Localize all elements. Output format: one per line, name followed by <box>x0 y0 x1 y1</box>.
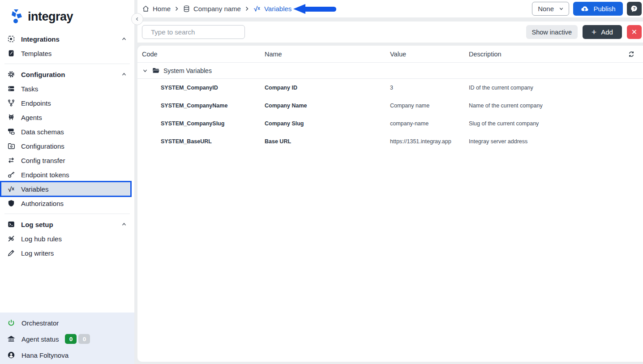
column-header-code[interactable]: Code <box>137 51 265 58</box>
transfer-arrows-icon <box>7 156 15 164</box>
app-window: integray Integrations Templa <box>0 0 643 364</box>
main-area: Home Company name √x <box>137 0 643 364</box>
table-row[interactable]: SYSTEM_CompanySlug Company Slug company-… <box>137 115 643 133</box>
agent-status-item[interactable]: Agent status 0 0 <box>0 331 134 347</box>
toolbar: Show inactive + Add ✕ <box>137 21 643 43</box>
help-button[interactable]: ? <box>627 2 642 16</box>
sidebar-footer: Orchestrator Agent status 0 0 <box>0 313 134 364</box>
cell-description: ID of the current company <box>469 85 622 91</box>
breadcrumb: Home Company name √x <box>142 5 291 13</box>
sidebar-nav: Integrations Templates <box>0 27 134 260</box>
sidebar-item-templates[interactable]: Templates <box>0 46 134 60</box>
sidebar-item-variables[interactable]: √x Variables <box>0 181 132 197</box>
cell-code: SYSTEM_CompanyID <box>137 85 265 91</box>
sidebar-section-log-setup[interactable]: Log setup <box>0 217 134 231</box>
chevron-down-icon <box>558 6 564 12</box>
annotation-arrow-left <box>293 4 336 14</box>
shield-icon <box>7 199 15 207</box>
divider <box>4 64 130 64</box>
integrations-icon <box>7 35 15 43</box>
bank-icon <box>7 335 15 343</box>
column-header-value[interactable]: Value <box>390 51 469 58</box>
sidebar-item-endpoints[interactable]: Endpoints <box>0 96 134 110</box>
sidebar-collapse-button[interactable] <box>131 13 143 25</box>
table-row[interactable]: SYSTEM_CompanyID Company ID 3 ID of the … <box>137 79 643 97</box>
rules-icon <box>7 235 15 243</box>
cell-code: SYSTEM_BaseURL <box>137 138 265 145</box>
cloud-upload-icon <box>580 4 589 13</box>
column-header-description[interactable]: Description <box>469 51 622 58</box>
chevron-up-icon[interactable] <box>121 71 127 77</box>
cell-code: SYSTEM_CompanyName <box>137 103 265 109</box>
sidebar-section-configuration[interactable]: Configuration <box>0 67 134 81</box>
refresh-button[interactable] <box>622 51 643 58</box>
gear-icon <box>7 70 15 78</box>
cell-value: company-name <box>390 120 469 127</box>
topbar-actions: None Publish ? <box>532 2 642 16</box>
svg-text:?: ? <box>633 6 636 11</box>
toolbar-actions: Show inactive + Add ✕ <box>526 25 642 39</box>
power-icon <box>7 319 15 327</box>
divider <box>4 214 130 214</box>
orchestrator-item[interactable]: Orchestrator <box>0 315 134 331</box>
brand-logo[interactable]: integray <box>0 0 134 27</box>
folder-open-icon <box>152 67 160 75</box>
table-header: Code Name Value Description <box>137 46 643 63</box>
publish-button[interactable]: Publish <box>573 2 623 16</box>
cell-name: Company Name <box>265 103 390 109</box>
environment-select[interactable]: None <box>532 2 569 16</box>
key-icon <box>7 171 15 179</box>
terminal-icon <box>7 220 15 228</box>
sidebar-item-log-hub-rules[interactable]: Log hub rules <box>0 231 134 246</box>
column-header-name[interactable]: Name <box>265 51 390 58</box>
cell-value: https://1351.integray.app <box>390 138 469 145</box>
close-icon: ✕ <box>631 28 637 36</box>
cell-code: SYSTEM_CompanySlug <box>137 120 265 127</box>
cell-description: Integray server address <box>469 138 622 145</box>
integray-logo-icon <box>11 9 24 25</box>
chevron-right-icon <box>174 6 180 12</box>
cell-description: Slug of the current company <box>469 120 622 127</box>
tasks-icon <box>7 85 15 93</box>
user-menu-item[interactable]: Hana Foltynova <box>0 347 134 363</box>
home-icon <box>142 5 150 13</box>
cell-value: 3 <box>390 85 469 91</box>
sidebar-item-data-schemas[interactable]: Data schemas <box>0 124 134 139</box>
agents-offline-badge: 0 <box>78 334 90 344</box>
table-row[interactable]: SYSTEM_BaseURL Base URL https://1351.int… <box>137 133 643 150</box>
chevron-right-icon <box>244 6 250 12</box>
variables-icon: √x <box>253 5 261 12</box>
sidebar: integray Integrations Templa <box>0 0 134 364</box>
templates-icon <box>7 49 15 57</box>
breadcrumb-bar: Home Company name √x <box>137 0 643 17</box>
chevron-up-icon[interactable] <box>121 221 127 227</box>
robot-icon <box>7 113 15 121</box>
sidebar-section-integrations[interactable]: Integrations <box>0 32 134 46</box>
user-avatar-icon <box>7 351 15 359</box>
breadcrumb-variables[interactable]: √x Variables <box>253 5 291 13</box>
breadcrumb-company[interactable]: Company name <box>183 5 241 13</box>
refresh-icon <box>628 51 635 58</box>
chevron-up-icon[interactable] <box>121 36 127 42</box>
sidebar-item-config-transfer[interactable]: Config transfer <box>0 153 134 167</box>
sidebar-item-endpoint-tokens[interactable]: Endpoint tokens <box>0 167 134 182</box>
breadcrumb-home[interactable]: Home <box>142 5 171 13</box>
group-row-system-variables[interactable]: System Variables <box>137 63 643 79</box>
sidebar-item-tasks[interactable]: Tasks <box>0 81 134 96</box>
plus-icon: + <box>592 28 596 36</box>
search-input[interactable] <box>151 28 240 36</box>
sidebar-item-authorizations[interactable]: Authorizations <box>0 196 134 210</box>
chevron-down-icon[interactable] <box>142 68 148 74</box>
show-inactive-button[interactable]: Show inactive <box>526 25 578 39</box>
endpoints-icon <box>7 99 15 107</box>
add-button[interactable]: + Add <box>583 25 622 39</box>
sidebar-item-configurations[interactable]: Configurations <box>0 139 134 153</box>
sidebar-item-agents[interactable]: Agents <box>0 110 134 124</box>
variables-icon: √x <box>7 186 15 193</box>
database-icon <box>183 5 190 13</box>
close-button[interactable]: ✕ <box>627 25 642 39</box>
sidebar-item-log-writers[interactable]: Log writers <box>0 246 134 260</box>
pencil-icon <box>7 249 15 257</box>
table-row[interactable]: SYSTEM_CompanyName Company Name Company … <box>137 97 643 115</box>
cell-name: Base URL <box>265 138 390 145</box>
